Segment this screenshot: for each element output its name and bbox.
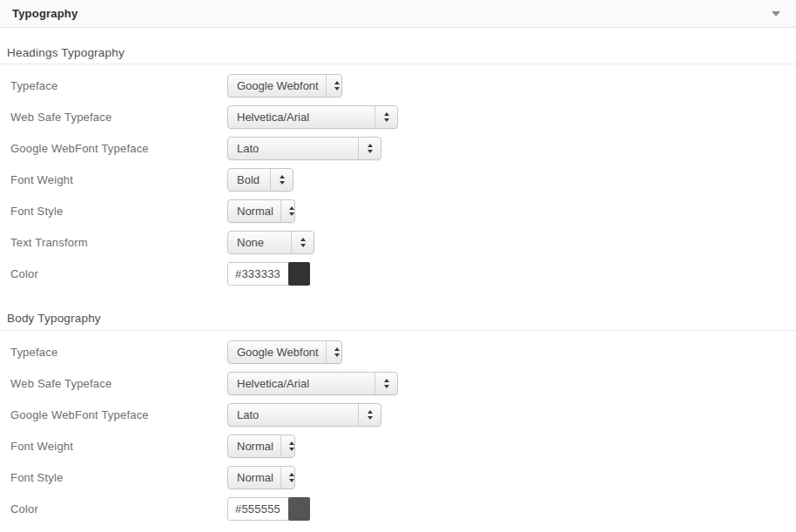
select-value: Helvetica/Arial bbox=[228, 106, 374, 128]
section-heading: Headings Typography bbox=[7, 46, 796, 59]
arrow-up-icon bbox=[280, 175, 285, 178]
section-rows: Typeface Google Webfont Web Safe Typefac… bbox=[0, 64, 796, 289]
color-control: #333333 bbox=[227, 262, 310, 286]
chevron-down-icon[interactable] bbox=[772, 11, 780, 17]
google-webfont-typeface-select[interactable]: Lato bbox=[227, 137, 381, 160]
arrow-up-icon bbox=[300, 238, 306, 241]
typography-panel: Typography Headings Typography Typeface … bbox=[0, 0, 796, 532]
section-rows: Typeface Google Webfont Web Safe Typefac… bbox=[0, 331, 796, 524]
text-transform-select[interactable]: None bbox=[227, 231, 314, 254]
arrow-up-icon bbox=[368, 144, 373, 147]
settings-row: Google WebFont Typeface Lato bbox=[0, 399, 796, 430]
select-value: None bbox=[228, 232, 291, 253]
settings-section: Headings Typography Typeface Google Webf… bbox=[0, 28, 796, 289]
select-value: Helvetica/Arial bbox=[228, 373, 374, 394]
select-stepper-arrows-icon bbox=[358, 138, 381, 159]
arrow-up-icon bbox=[368, 410, 373, 414]
settings-row: Color #555555 bbox=[0, 493, 796, 524]
field-label: Color bbox=[0, 502, 227, 515]
arrow-up-icon bbox=[384, 379, 389, 382]
settings-row: Web Safe Typeface Helvetica/Arial bbox=[0, 101, 796, 132]
select-value: Google Webfont bbox=[228, 75, 326, 97]
arrow-down-icon bbox=[289, 448, 294, 451]
color-hex-input[interactable]: #333333 bbox=[227, 262, 289, 286]
select-stepper-arrows-icon bbox=[374, 106, 397, 128]
field-label: Font Weight bbox=[0, 173, 227, 186]
panel-title: Typography bbox=[12, 7, 78, 20]
settings-section: Body Typography Typeface Google Webfont … bbox=[0, 289, 796, 524]
select-value: Google Webfont bbox=[228, 341, 326, 363]
field-label: Color bbox=[0, 267, 227, 280]
select-value: Normal bbox=[228, 435, 280, 457]
arrow-up-icon bbox=[289, 206, 294, 210]
arrow-up-icon bbox=[334, 347, 340, 351]
arrow-down-icon bbox=[289, 212, 294, 216]
select-stepper-arrows-icon bbox=[280, 435, 295, 457]
settings-row: Font Style Normal bbox=[0, 195, 796, 226]
settings-row: Font Style Normal bbox=[0, 461, 796, 493]
select-stepper-arrows-icon bbox=[291, 232, 314, 253]
arrow-down-icon bbox=[384, 118, 389, 122]
select-stepper-arrows-icon bbox=[280, 200, 295, 222]
select-stepper-arrows-icon bbox=[270, 169, 293, 191]
select-stepper-arrows-icon bbox=[374, 373, 397, 394]
select-value: Bold bbox=[228, 169, 270, 191]
font-style-select[interactable]: Normal bbox=[227, 466, 295, 489]
arrow-down-icon bbox=[334, 87, 340, 91]
arrow-down-icon bbox=[300, 244, 306, 247]
arrow-down-icon bbox=[280, 181, 285, 185]
font-weight-select[interactable]: Normal bbox=[227, 434, 295, 458]
color-swatch[interactable] bbox=[288, 262, 310, 286]
field-label: Font Style bbox=[0, 205, 227, 218]
google-webfont-typeface-select[interactable]: Lato bbox=[227, 403, 381, 427]
field-label: Web Safe Typeface bbox=[0, 377, 227, 390]
settings-row: Web Safe Typeface Helvetica/Arial bbox=[0, 367, 796, 399]
section-heading: Body Typography bbox=[7, 312, 796, 325]
select-stepper-arrows-icon bbox=[358, 404, 381, 426]
font-style-select[interactable]: Normal bbox=[227, 199, 295, 223]
settings-row: Typeface Google Webfont bbox=[0, 70, 796, 101]
field-label: Text Transform bbox=[0, 236, 227, 249]
font-weight-select[interactable]: Bold bbox=[227, 168, 293, 192]
arrow-up-icon bbox=[334, 81, 340, 84]
arrow-down-icon bbox=[384, 385, 389, 388]
settings-row: Text Transform None bbox=[0, 226, 796, 258]
color-hex-input[interactable]: #555555 bbox=[227, 497, 289, 521]
field-label: Font Weight bbox=[0, 440, 227, 453]
arrow-down-icon bbox=[289, 479, 294, 482]
select-value: Normal bbox=[228, 467, 280, 488]
typeface-select[interactable]: Google Webfont bbox=[227, 74, 342, 98]
field-label: Web Safe Typeface bbox=[0, 111, 227, 124]
settings-row: Google WebFont Typeface Lato bbox=[0, 132, 796, 164]
settings-row: Typeface Google Webfont bbox=[0, 336, 796, 367]
select-stepper-arrows-icon bbox=[280, 467, 295, 488]
field-label: Typeface bbox=[0, 346, 227, 359]
select-value: Lato bbox=[228, 404, 358, 426]
field-label: Google WebFont Typeface bbox=[0, 408, 227, 421]
field-label: Font Style bbox=[0, 471, 227, 484]
web-safe-typeface-select[interactable]: Helvetica/Arial bbox=[227, 372, 398, 395]
color-swatch[interactable] bbox=[288, 497, 310, 521]
arrow-up-icon bbox=[289, 473, 294, 476]
field-label: Typeface bbox=[0, 79, 227, 92]
web-safe-typeface-select[interactable]: Helvetica/Arial bbox=[227, 105, 398, 129]
color-control: #555555 bbox=[227, 497, 310, 521]
settings-row: Font Weight Normal bbox=[0, 430, 796, 461]
section-heading-wrap: Headings Typography bbox=[0, 28, 796, 64]
arrow-up-icon bbox=[384, 112, 389, 116]
field-label: Google WebFont Typeface bbox=[0, 142, 227, 155]
section-heading-wrap: Body Typography bbox=[0, 289, 796, 331]
panel-header[interactable]: Typography bbox=[0, 0, 796, 28]
select-stepper-arrows-icon bbox=[326, 341, 342, 363]
arrow-up-icon bbox=[289, 441, 294, 445]
select-value: Normal bbox=[228, 200, 280, 222]
settings-row: Color #333333 bbox=[0, 258, 796, 289]
settings-row: Font Weight Bold bbox=[0, 164, 796, 195]
select-value: Lato bbox=[228, 138, 358, 159]
panel-body: Headings Typography Typeface Google Webf… bbox=[0, 28, 796, 524]
select-stepper-arrows-icon bbox=[326, 75, 342, 97]
arrow-down-icon bbox=[334, 354, 340, 357]
typeface-select[interactable]: Google Webfont bbox=[227, 340, 342, 364]
arrow-down-icon bbox=[368, 150, 373, 153]
arrow-down-icon bbox=[368, 416, 373, 420]
